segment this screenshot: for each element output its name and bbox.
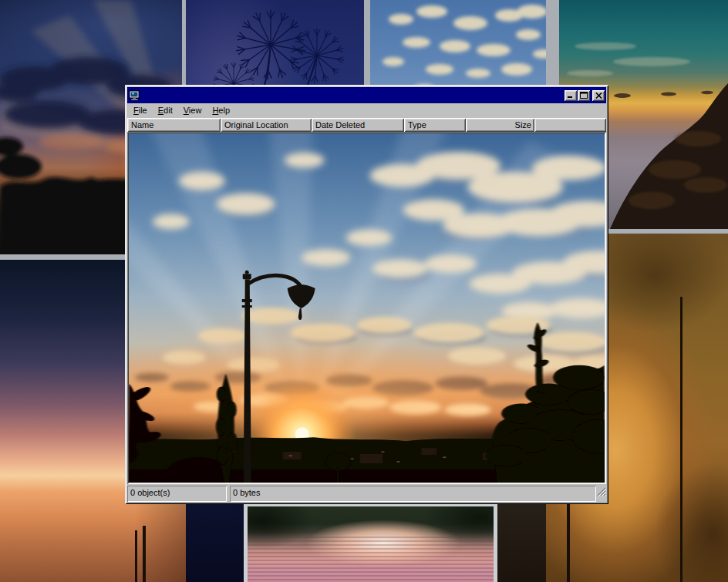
maximize-icon (580, 92, 588, 99)
column-header-date-deleted[interactable]: Date Deleted (312, 118, 404, 132)
wallpaper-tile-water-reflection (244, 503, 497, 582)
close-icon (595, 93, 602, 99)
column-header-filler (534, 118, 606, 132)
minimize-button[interactable] (565, 90, 577, 101)
recycle-bin-window: File Edit View Help Name Original Locati… (125, 85, 608, 504)
list-view-area[interactable] (127, 132, 606, 484)
water-pole-silhouette (135, 530, 137, 582)
menu-help[interactable]: Help (207, 104, 235, 117)
column-header-type[interactable]: Type (404, 118, 466, 132)
sunset-sky-lamppost-photo (129, 133, 605, 483)
lamppost-pole-silhouette (680, 297, 682, 582)
status-byte-count: 0 bytes (230, 486, 596, 502)
minimize-icon (567, 92, 575, 99)
menu-view[interactable]: View (178, 104, 207, 117)
column-header-size[interactable]: Size (466, 118, 534, 132)
status-object-count: 0 object(s) (127, 486, 227, 502)
menu-edit[interactable]: Edit (153, 104, 178, 117)
water-pole-silhouette (143, 526, 146, 582)
title-bar[interactable] (127, 87, 606, 103)
desktop-wallpaper[interactable]: File Edit View Help Name Original Locati… (0, 0, 728, 582)
menu-bar: File Edit View Help (127, 103, 606, 118)
resize-grip[interactable] (596, 486, 606, 502)
column-header-original-location[interactable]: Original Location (221, 118, 312, 132)
status-bar: 0 object(s) 0 bytes (127, 484, 606, 502)
resize-grip-icon (596, 486, 606, 496)
column-header-name[interactable]: Name (127, 118, 221, 132)
close-button[interactable] (592, 90, 605, 101)
computer-icon (129, 90, 140, 101)
list-column-header: Name Original Location Date Deleted Type… (127, 118, 606, 132)
menu-file[interactable]: File (128, 104, 153, 117)
maximize-button[interactable] (578, 90, 590, 101)
